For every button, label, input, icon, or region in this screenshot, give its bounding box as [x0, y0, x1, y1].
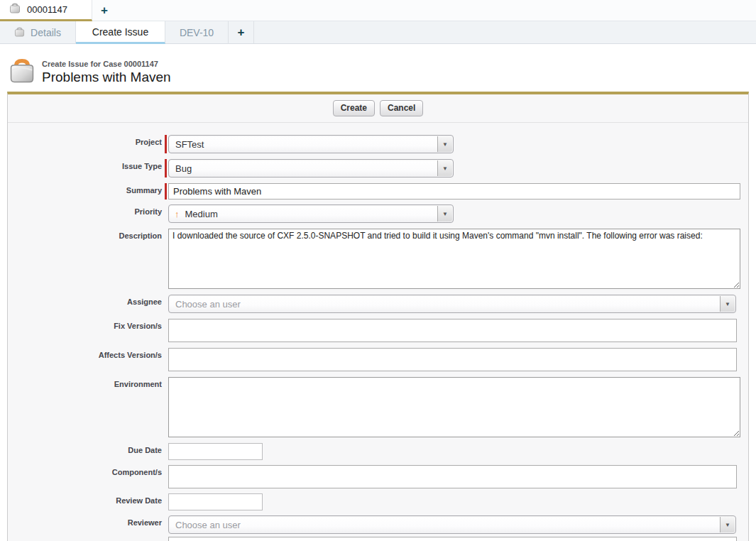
create-issue-panel: Create Cancel Project SFTest ▼ Issue Typ… [7, 92, 749, 541]
add-subtab-button[interactable]: + [229, 21, 254, 43]
page-title: Problems with Maven [42, 70, 171, 85]
chevron-down-icon[interactable]: ▼ [437, 206, 452, 222]
field-row-reviewer: Reviewer Choose an user ▼ [8, 515, 748, 534]
fix-versions-label: Fix Version/s [8, 319, 165, 330]
subtab-bar: Details Create Issue DEV-10 + [0, 21, 756, 44]
console-tab-bar: 00001147 + [0, 0, 756, 21]
priority-label: Priority [8, 204, 165, 216]
project-label: Project [8, 135, 165, 146]
assignee-select[interactable]: Choose an user ▼ [168, 295, 736, 313]
cancel-button[interactable]: Cancel [380, 100, 423, 116]
components-input[interactable] [168, 465, 737, 488]
field-row-priority: Priority ↑ Medium ▼ [8, 204, 748, 223]
project-select[interactable]: SFTest ▼ [168, 135, 454, 153]
field-row-environment: Environment [8, 377, 748, 437]
case-icon [9, 58, 35, 87]
partial-field-box[interactable] [168, 537, 737, 541]
description-textarea[interactable]: I downloaded the source of CXF 2.5.0-SNA… [168, 229, 740, 289]
add-console-tab-button[interactable]: + [94, 0, 115, 21]
field-row-review-date: Review Date [8, 493, 748, 510]
case-icon [9, 3, 21, 16]
field-row-partial [8, 537, 748, 541]
subtab-dev-10[interactable]: DEV-10 [165, 21, 229, 44]
environment-label: Environment [8, 377, 165, 388]
field-row-due-date: Due Date [8, 443, 748, 460]
page-context-label: Create Issue for Case 00001147 [42, 60, 171, 68]
case-icon [14, 27, 25, 39]
components-label: Component/s [8, 465, 165, 476]
field-row-affects-versions: Affects Version/s [8, 348, 748, 371]
field-row-components: Component/s [8, 465, 748, 488]
affects-versions-label: Affects Version/s [8, 348, 165, 359]
console-tab-case[interactable]: 00001147 [0, 0, 92, 21]
due-date-label: Due Date [8, 443, 165, 454]
review-date-input[interactable] [168, 493, 263, 510]
description-label: Description [8, 229, 165, 240]
create-issue-form: Project SFTest ▼ Issue Type Bug ▼ Summar… [8, 123, 748, 541]
reviewer-select[interactable]: Choose an user ▼ [168, 515, 736, 534]
form-action-bar: Create Cancel [8, 94, 748, 123]
subtab-label: DEV-10 [180, 27, 214, 38]
chevron-down-icon[interactable]: ▼ [720, 517, 735, 532]
subtab-label: Details [31, 27, 61, 38]
reviewer-label: Reviewer [8, 515, 165, 527]
field-row-description: Description I downloaded the source of C… [8, 229, 748, 289]
subtab-label: Create Issue [92, 26, 148, 38]
due-date-input[interactable] [168, 443, 263, 460]
subtab-create-issue[interactable]: Create Issue [76, 21, 165, 44]
review-date-label: Review Date [8, 493, 165, 505]
create-button[interactable]: Create [333, 100, 375, 116]
assignee-label: Assignee [8, 295, 165, 306]
chevron-down-icon[interactable]: ▼ [437, 160, 452, 176]
affects-versions-input[interactable] [168, 348, 737, 371]
field-row-fix-versions: Fix Version/s [8, 319, 748, 342]
fix-versions-input[interactable] [168, 319, 737, 342]
summary-input[interactable] [168, 183, 740, 200]
issue-type-select[interactable]: Bug ▼ [168, 159, 454, 177]
console-tab-label: 00001147 [27, 4, 67, 15]
issue-type-label: Issue Type [8, 159, 165, 170]
summary-label: Summary [8, 183, 165, 195]
priority-select[interactable]: ↑ Medium ▼ [168, 204, 454, 223]
field-row-issue-type: Issue Type Bug ▼ [8, 159, 748, 177]
field-row-project: Project SFTest ▼ [8, 135, 748, 153]
chevron-down-icon[interactable]: ▼ [437, 136, 452, 152]
field-row-summary: Summary [8, 183, 748, 200]
page-header: Create Issue for Case 00001147 Problems … [9, 58, 171, 87]
subtab-details[interactable]: Details [0, 21, 76, 44]
environment-textarea[interactable] [168, 377, 740, 437]
chevron-down-icon[interactable]: ▼ [720, 296, 735, 312]
field-row-assignee: Assignee Choose an user ▼ [8, 295, 748, 313]
